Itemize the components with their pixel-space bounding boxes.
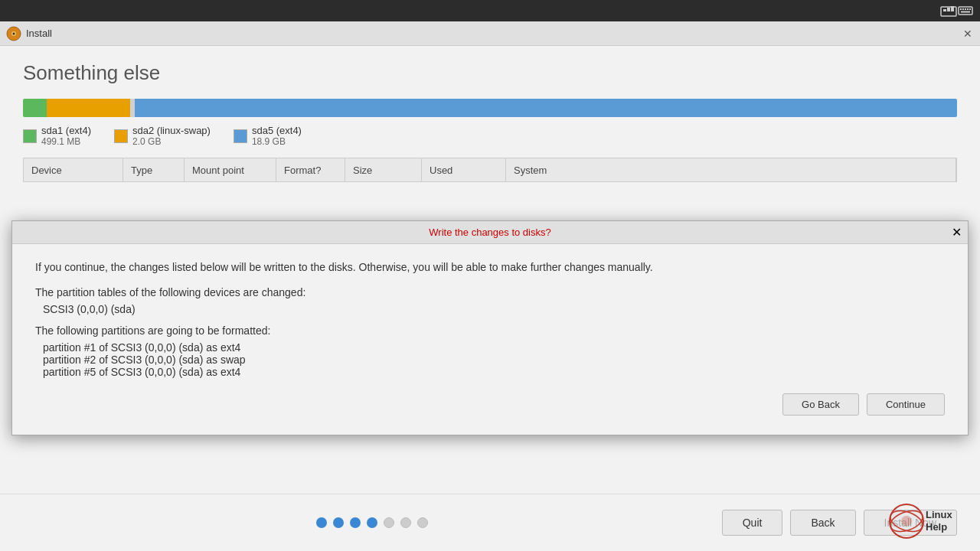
main-window: Install ✕ Something else sda1 (ext4) 499…	[0, 21, 980, 551]
window-title: Install	[26, 28, 52, 39]
legend-sda5: sda5 (ext4) 18.9 GB	[234, 125, 302, 147]
dialog-partition-tables-heading: The partition tables of the following de…	[35, 286, 945, 298]
install-icon	[6, 26, 21, 41]
dot-7	[417, 517, 428, 528]
title-bar: Install ✕	[0, 21, 980, 46]
col-device: Device	[24, 158, 123, 181]
network-icon	[940, 4, 957, 18]
col-used: Used	[422, 158, 506, 181]
svg-rect-4	[959, 7, 972, 15]
svg-rect-7	[965, 8, 966, 10]
dialog-format-item-3: partition #5 of SCSI3 (0,0,0) (sda) as e…	[35, 366, 945, 378]
taskbar	[0, 0, 980, 21]
write-changes-dialog: Write the changes to disks? ✕ If you con…	[11, 220, 969, 435]
linuxhelp-svg: Linux Help	[884, 500, 968, 542]
dialog-close-button[interactable]: ✕	[951, 227, 962, 238]
back-button[interactable]: Back	[790, 510, 855, 536]
svg-rect-1	[943, 9, 946, 11]
pagination-container	[23, 517, 722, 528]
dot-3	[350, 517, 361, 528]
svg-rect-2	[947, 8, 950, 11]
legend-sda1: sda1 (ext4) 499.1 MB	[23, 125, 91, 147]
dialog-partition-tables-device: SCSI3 (0,0,0) (sda)	[35, 303, 945, 315]
close-button[interactable]: ✕	[962, 28, 974, 40]
sda5-color	[234, 129, 247, 143]
dialog-body: If you continue, the changes listed belo…	[12, 244, 968, 435]
sda5-segment	[135, 99, 957, 117]
col-mount: Mount point	[185, 158, 276, 181]
col-size: Size	[345, 158, 422, 181]
svg-rect-6	[962, 8, 964, 10]
col-type: Type	[123, 158, 185, 181]
dot-1	[316, 517, 327, 528]
table-header: Device Type Mount point Format? Size Use…	[23, 158, 957, 182]
sda2-color	[114, 129, 128, 143]
dialog-format-heading: The following partitions are going to be…	[35, 324, 945, 337]
svg-rect-3	[951, 6, 954, 11]
title-bar-left: Install	[6, 26, 52, 41]
svg-rect-10	[961, 11, 970, 13]
sda1-segment	[23, 99, 47, 117]
disk-bar	[23, 99, 957, 117]
svg-text:Linux: Linux	[926, 509, 952, 520]
bottom-bar: Quit Back Install Now	[0, 494, 980, 551]
svg-point-17	[901, 516, 912, 527]
legend-sda2: sda2 (linux-swap) 2.0 GB	[114, 125, 211, 147]
continue-button[interactable]: Continue	[867, 393, 945, 416]
go-back-button[interactable]: Go Back	[782, 393, 859, 416]
linuxhelp-logo: Linux Help	[884, 500, 968, 545]
dialog-description: If you continue, the changes listed belo…	[35, 259, 945, 276]
quit-button[interactable]: Quit	[722, 510, 783, 536]
sda1-size: 499.1 MB	[41, 136, 91, 147]
sda2-size: 2.0 GB	[132, 136, 211, 147]
dot-2	[333, 517, 344, 528]
keyboard-icon	[957, 4, 974, 18]
partition-legend: sda1 (ext4) 499.1 MB sda2 (linux-swap) 2…	[23, 125, 957, 147]
sda5-size: 18.9 GB	[252, 136, 302, 147]
col-format: Format?	[276, 158, 345, 181]
dialog-format-item-1: partition #1 of SCSI3 (0,0,0) (sda) as e…	[35, 341, 945, 354]
sda2-label: sda2 (linux-swap)	[132, 125, 211, 136]
sda1-label: sda1 (ext4)	[41, 125, 91, 136]
dialog-title: Write the changes to disks?	[29, 227, 951, 238]
sda1-color	[23, 129, 37, 143]
svg-rect-5	[960, 8, 962, 10]
dialog-title-bar: Write the changes to disks? ✕	[12, 221, 968, 244]
dialog-buttons: Go Back Continue	[35, 393, 945, 416]
page-title: Something else	[23, 61, 957, 85]
dot-6	[400, 517, 411, 528]
svg-point-13	[13, 32, 15, 34]
svg-text:Help: Help	[926, 521, 947, 533]
dot-4	[367, 517, 377, 528]
col-system: System	[506, 158, 956, 181]
svg-rect-8	[967, 8, 969, 10]
svg-rect-9	[969, 8, 971, 10]
sda5-label: sda5 (ext4)	[252, 125, 302, 136]
dot-5	[384, 517, 394, 528]
pagination	[316, 517, 428, 528]
sda2-segment	[47, 99, 131, 117]
dialog-format-item-2: partition #2 of SCSI3 (0,0,0) (sda) as s…	[35, 354, 945, 366]
